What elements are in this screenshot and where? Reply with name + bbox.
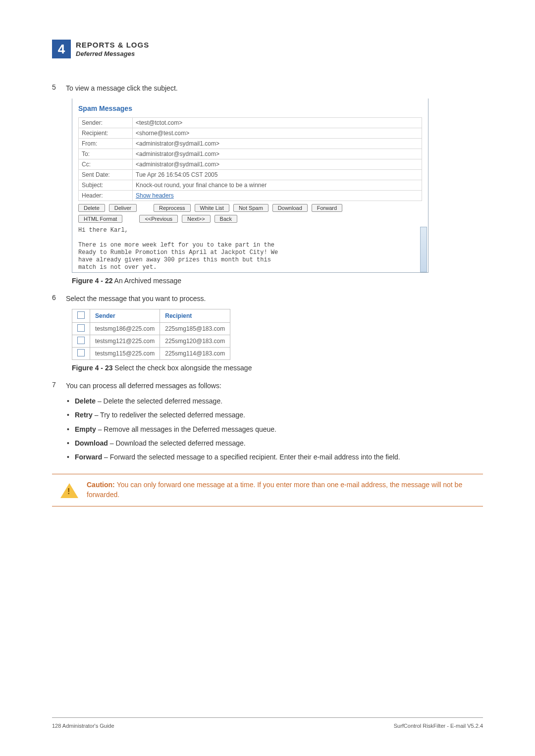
option-name: Retry: [75, 411, 93, 419]
figure-caption: Figure 4 - 22 An Archived message: [72, 277, 483, 285]
option-text: – Download the selected deferred message…: [108, 439, 246, 447]
option-name: Forward: [75, 453, 102, 461]
caution-text: Caution: You can only forward one messag…: [87, 480, 478, 500]
download-button[interactable]: Download: [272, 204, 308, 212]
recipient-cell: 225smg185@183.com: [160, 323, 230, 335]
chapter-title: REPORTS & LOGS: [76, 41, 149, 49]
spam-panel-title: Spam Messages: [78, 104, 422, 112]
caution-block: Caution: You can only forward one messag…: [52, 474, 483, 506]
option-name: Download: [75, 439, 108, 447]
sender-header: Sender: [90, 309, 160, 323]
message-body: Hi there Karl, There is one more week le…: [78, 227, 422, 271]
body-line: Ready to Rumble Promotion this April at …: [78, 249, 422, 256]
whitelist-button[interactable]: White List: [195, 204, 229, 212]
back-button[interactable]: Back: [214, 215, 237, 223]
option-text: – Delete the selected deferred message.: [96, 397, 222, 405]
from-label: From:: [79, 139, 133, 149]
step-text: You can process all deferred messages as…: [66, 381, 221, 391]
list-item: Delete – Delete the selected deferred me…: [66, 396, 483, 406]
html-format-button[interactable]: HTML Format: [78, 215, 122, 223]
from-value: <administrator@sydmail1.com>: [133, 139, 422, 149]
list-item: Retry – Try to redeliver the selected de…: [66, 410, 483, 420]
option-name: Empty: [75, 425, 96, 433]
body-line: have already given away 300 prizes this …: [78, 256, 422, 264]
warning-icon: [60, 483, 78, 498]
subject-value: Knock-out round, your final chance to be…: [133, 180, 422, 191]
show-headers-link[interactable]: Show headers: [136, 192, 174, 199]
chapter-number: 4: [58, 42, 65, 57]
list-item: Download – Download the selected deferre…: [66, 438, 483, 448]
figure-text: Select the check box alongside the messa…: [112, 364, 252, 372]
reprocess-button[interactable]: Reprocess: [154, 204, 191, 212]
figure-text: An Archived message: [112, 277, 181, 285]
to-label: To:: [79, 149, 133, 159]
step-number: 6: [52, 294, 66, 304]
row-checkbox[interactable]: [72, 323, 90, 335]
figure-caption: Figure 4 - 23 Select the check box along…: [72, 364, 483, 372]
footer-left: 128 Administrator's Guide: [52, 723, 114, 729]
row-checkbox[interactable]: [72, 348, 90, 360]
option-text: – Try to redeliver the selected deferred…: [93, 411, 245, 419]
recipient-label: Recipient:: [79, 128, 133, 139]
footer-right: SurfControl RiskFilter - E-mail V5.2.4: [394, 723, 483, 729]
caution-label: Caution:: [87, 481, 117, 489]
sender-cell: testsmg115@225.com: [90, 348, 160, 360]
scrollbar-icon[interactable]: [420, 227, 427, 272]
previous-button[interactable]: <<Previous: [139, 215, 178, 223]
option-list: Delete – Delete the selected deferred me…: [66, 396, 483, 462]
table-row: testsmg115@225.com 225smg114@183.com: [72, 348, 230, 360]
notspam-button[interactable]: Not Spam: [233, 204, 268, 212]
option-text: – Forward the selected message to a spec…: [102, 453, 400, 461]
list-item: Forward – Forward the selected message t…: [66, 452, 483, 462]
spam-messages-panel: Spam Messages Sender:<test@tctot.com> Re…: [72, 99, 428, 273]
select-all-checkbox[interactable]: [72, 309, 90, 323]
list-item: Empty – Remove all messages in the Defer…: [66, 424, 483, 434]
recipient-value: <shorne@test.com>: [133, 128, 422, 139]
step-number: 5: [52, 83, 66, 94]
step-text: To view a message click the subject.: [66, 83, 178, 94]
recipient-cell: 225smg120@183.com: [160, 335, 230, 348]
next-button[interactable]: Next>>: [182, 215, 210, 223]
recipient-header: Recipient: [160, 309, 230, 323]
figure-label: Figure 4 - 22: [72, 277, 112, 285]
body-line: Hi there Karl,: [78, 227, 422, 234]
option-text: – Remove all messages in the Deferred me…: [96, 425, 276, 433]
table-row: testsmg121@225.com 225smg120@183.com: [72, 335, 230, 348]
body-line: match is not over yet.: [78, 264, 422, 271]
cc-label: Cc:: [79, 159, 133, 170]
row-checkbox[interactable]: [72, 335, 90, 348]
header-label: Header:: [79, 191, 133, 201]
caution-body: You can only forward one message at a ti…: [87, 481, 462, 499]
step-text: Select the message that you want to proc…: [66, 294, 206, 304]
chapter-badge: 4: [52, 40, 71, 58]
sentdate-value: Tue Apr 26 16:54:05 CST 2005: [133, 170, 422, 180]
message-detail-table: Sender:<test@tctot.com> Recipient:<shorn…: [78, 117, 422, 201]
sender-value: <test@tctot.com>: [133, 118, 422, 128]
cc-value: <administrator@sydmail1.com>: [133, 159, 422, 170]
figure-label: Figure 4 - 23: [72, 364, 112, 372]
step-number: 7: [52, 381, 66, 391]
option-name: Delete: [75, 397, 96, 405]
forward-button[interactable]: Forward: [312, 204, 342, 212]
page-footer: 128 Administrator's Guide SurfControl Ri…: [52, 717, 483, 729]
sentdate-label: Sent Date:: [79, 170, 133, 180]
sender-cell: testsmg186@225.com: [90, 323, 160, 335]
page-header: 4 REPORTS & LOGS Deferred Messages: [52, 40, 483, 58]
recipient-cell: 225smg114@183.com: [160, 348, 230, 360]
sender-label: Sender:: [79, 118, 133, 128]
table-row: testsmg186@225.com 225smg185@183.com: [72, 323, 230, 335]
subject-label: Subject:: [79, 180, 133, 191]
message-select-table: Sender Recipient testsmg186@225.com 225s…: [72, 309, 230, 360]
to-value: <administrator@sydmail1.com>: [133, 149, 422, 159]
body-line: There is one more week left for you to t…: [78, 242, 422, 249]
chapter-subtitle: Deferred Messages: [76, 50, 149, 57]
sender-cell: testsmg121@225.com: [90, 335, 160, 348]
deliver-button[interactable]: Deliver: [109, 204, 137, 212]
delete-button[interactable]: Delete: [78, 204, 105, 212]
